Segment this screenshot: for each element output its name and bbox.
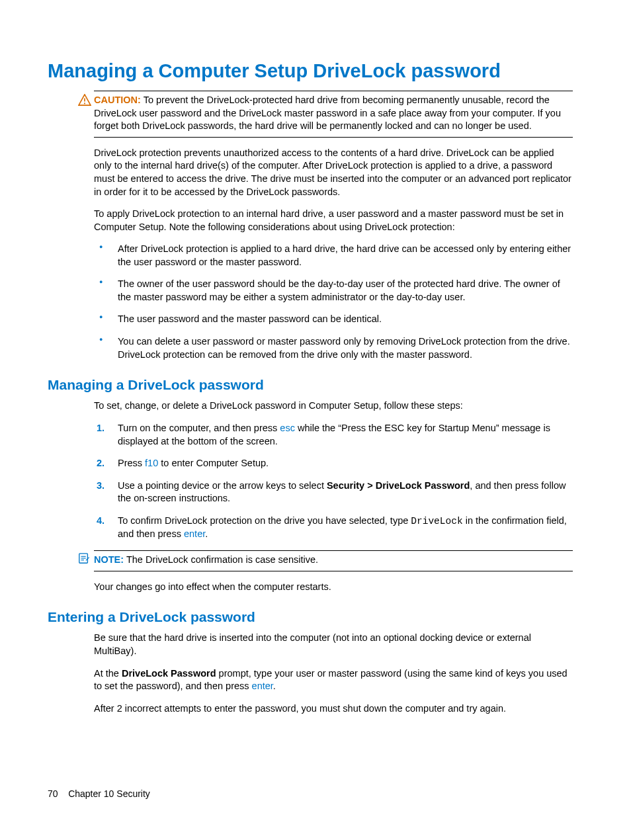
key-enter: enter xyxy=(252,681,273,691)
entering-p2: At the DriveLock Password prompt, type y… xyxy=(94,667,573,693)
list-item: The owner of the user password should be… xyxy=(94,278,573,304)
step-item: Turn on the computer, and then press esc… xyxy=(94,422,573,448)
step-item: Use a pointing device or the arrow keys … xyxy=(94,480,573,505)
note-label: NOTE: xyxy=(94,554,124,565)
menu-path: Security > DriveLock Password xyxy=(327,480,470,491)
section-heading-entering: Entering a DriveLock password xyxy=(48,608,573,626)
key-esc: esc xyxy=(280,423,295,433)
entering-p3: After 2 incorrect attempts to enter the … xyxy=(94,702,573,716)
document-page: Managing a Computer Setup DriveLock pass… xyxy=(0,0,631,715)
main-content: CAUTION: To prevent the DriveLock-protec… xyxy=(94,91,573,361)
note-text: The DriveLock confirmation is case sensi… xyxy=(126,554,318,565)
step-item: To confirm DriveLock protection on the d… xyxy=(94,515,573,541)
intro-paragraph-1: DriveLock protection prevents unauthoriz… xyxy=(94,147,573,198)
svg-point-1 xyxy=(84,103,85,104)
section-outro: Your changes go into effect when the com… xyxy=(94,581,573,594)
intro-paragraph-2: To apply DriveLock protection to an inte… xyxy=(94,208,573,233)
page-title: Managing a Computer Setup DriveLock pass… xyxy=(48,58,573,84)
steps-list: Turn on the computer, and then press esc… xyxy=(94,422,573,541)
list-item: You can delete a user password or master… xyxy=(94,335,573,361)
page-footer: 70 Chapter 10 Security xyxy=(48,788,150,800)
caution-block: CAUTION: To prevent the DriveLock-protec… xyxy=(94,91,573,138)
considerations-list: After DriveLock protection is applied to… xyxy=(94,243,573,361)
caution-label: CAUTION: xyxy=(94,95,141,105)
steps-intro: To set, change, or delete a DriveLock pa… xyxy=(94,399,573,413)
list-item: After DriveLock protection is applied to… xyxy=(94,243,573,269)
key-enter: enter xyxy=(184,528,205,539)
key-f10: f10 xyxy=(145,458,158,468)
chapter-label: Chapter 10 Security xyxy=(68,788,150,799)
note-block: NOTE: The DriveLock confirmation is case… xyxy=(94,550,573,571)
note-icon xyxy=(78,552,90,568)
code-drivelock: DriveLock xyxy=(411,516,462,526)
prompt-label: DriveLock Password xyxy=(122,668,216,679)
page-number: 70 xyxy=(48,788,58,799)
section-heading-managing: Managing a DriveLock password xyxy=(48,376,573,394)
section-entering-content: Be sure that the hard drive is inserted … xyxy=(94,632,573,715)
step-item: Press f10 to enter Computer Setup. xyxy=(94,457,573,470)
entering-p1: Be sure that the hard drive is inserted … xyxy=(94,632,573,657)
section-managing-content: To set, change, or delete a DriveLock pa… xyxy=(94,399,573,593)
caution-icon xyxy=(78,94,91,110)
list-item: The user password and the master passwor… xyxy=(94,313,573,326)
caution-text: To prevent the DriveLock-protected hard … xyxy=(94,95,561,131)
